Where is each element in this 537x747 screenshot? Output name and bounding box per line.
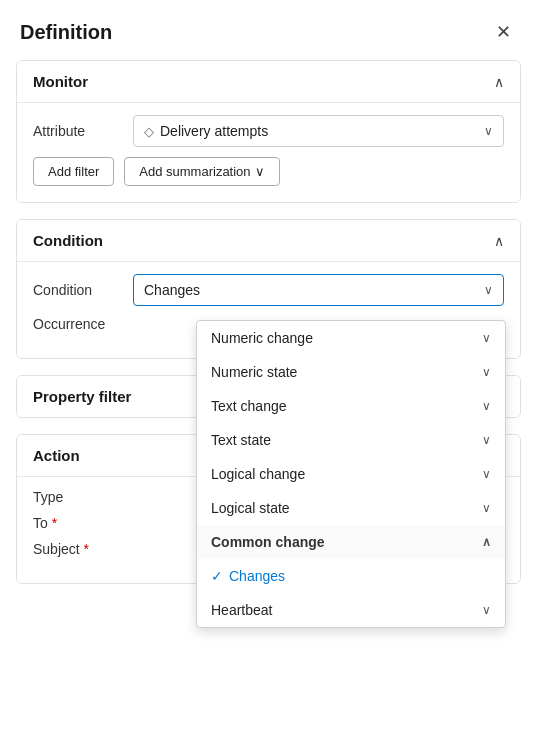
text-change-chevron-icon: ∨ [482,399,491,413]
menu-item-heartbeat[interactable]: Heartbeat ∨ [197,593,505,627]
text-state-label: Text state [211,432,271,448]
menu-item-numeric-state[interactable]: Numeric state ∨ [197,355,505,389]
attribute-chevron-icon: ∨ [484,124,493,138]
logical-change-label: Logical change [211,466,305,482]
monitor-section: Monitor ∧ Attribute ◇ Delivery attempts … [16,60,521,203]
attribute-diamond-icon: ◇ [144,124,154,139]
text-state-chevron-icon: ∨ [482,433,491,447]
menu-item-logical-change[interactable]: Logical change ∨ [197,457,505,491]
occurrence-label: Occurrence [33,316,133,332]
menu-item-numeric-change[interactable]: Numeric change ∨ [197,321,505,355]
logical-state-label: Logical state [211,500,290,516]
panel-header: Definition ✕ [0,0,537,60]
add-summarization-button[interactable]: Add summarization ∨ [124,157,279,186]
add-summarization-chevron-icon: ∨ [255,164,265,179]
numeric-state-label: Numeric state [211,364,297,380]
attribute-dropdown[interactable]: ◇ Delivery attempts ∨ [133,115,504,147]
logical-change-chevron-icon: ∨ [482,467,491,481]
to-label: To [33,515,133,531]
changes-check-icon: ✓ [211,568,223,584]
add-filter-button[interactable]: Add filter [33,157,114,186]
attribute-row: Attribute ◇ Delivery attempts ∨ [33,115,504,147]
menu-item-text-change[interactable]: Text change ∨ [197,389,505,423]
monitor-section-title: Monitor [33,73,88,90]
definition-panel: Definition ✕ Monitor ∧ Attribute ◇ Deliv… [0,0,537,747]
menu-item-common-change[interactable]: Common change ∧ [197,525,505,559]
condition-value: Changes [144,282,484,298]
property-filter-title: Property filter [33,388,131,405]
monitor-section-body: Attribute ◇ Delivery attempts ∨ Add filt… [17,102,520,202]
monitor-section-header[interactable]: Monitor ∧ [17,61,520,102]
attribute-value: Delivery attempts [160,123,484,139]
condition-chevron-icon: ∧ [494,233,504,249]
numeric-change-label: Numeric change [211,330,313,346]
condition-section-title: Condition [33,232,103,249]
type-label: Type [33,489,133,505]
close-button[interactable]: ✕ [489,18,517,46]
heartbeat-label: Heartbeat [211,602,272,618]
heartbeat-chevron-icon: ∨ [482,603,491,617]
numeric-state-chevron-icon: ∨ [482,365,491,379]
action-section-title: Action [33,447,80,464]
numeric-change-chevron-icon: ∨ [482,331,491,345]
condition-dropdown-menu: Numeric change ∨ Numeric state ∨ Text ch… [196,320,506,628]
condition-dropdown[interactable]: Changes ∨ [133,274,504,306]
panel-title: Definition [20,21,112,44]
condition-dropdown-chevron-icon: ∨ [484,283,493,297]
menu-item-text-state[interactable]: Text state ∨ [197,423,505,457]
common-change-chevron-icon: ∧ [482,535,491,549]
changes-label: Changes [229,568,491,584]
attribute-label: Attribute [33,123,133,139]
menu-item-logical-state[interactable]: Logical state ∨ [197,491,505,525]
monitor-chevron-icon: ∧ [494,74,504,90]
subject-label: Subject [33,541,133,557]
text-change-label: Text change [211,398,287,414]
condition-section-header[interactable]: Condition ∧ [17,220,520,261]
common-change-label: Common change [211,534,325,550]
condition-row: Condition Changes ∨ [33,274,504,306]
logical-state-chevron-icon: ∨ [482,501,491,515]
monitor-actions: Add filter Add summarization ∨ [33,157,504,186]
add-summarization-label: Add summarization [139,164,250,179]
condition-label: Condition [33,282,133,298]
menu-item-changes[interactable]: ✓ Changes [197,559,505,593]
